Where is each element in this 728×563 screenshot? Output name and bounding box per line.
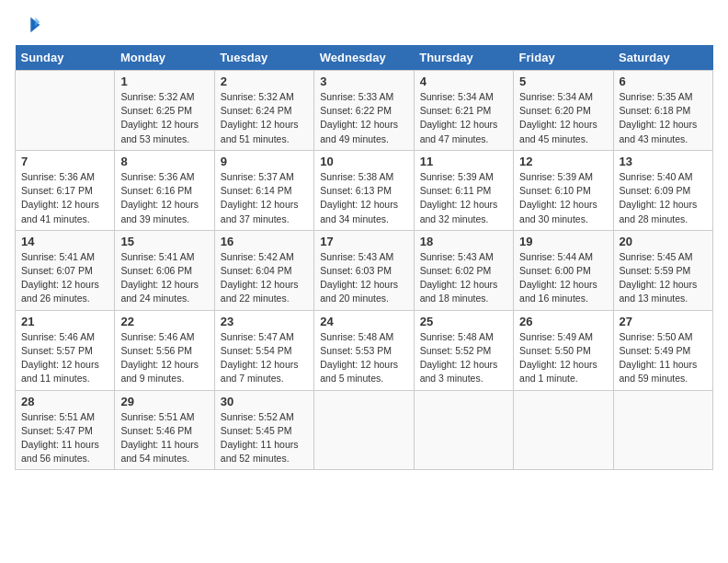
day-number: 24	[320, 315, 407, 328]
day-number: 4	[420, 75, 507, 88]
calendar-cell: 20Sunrise: 5:45 AMSunset: 5:59 PMDayligh…	[613, 230, 712, 310]
day-info: Sunrise: 5:41 AMSunset: 6:06 PMDaylight:…	[120, 250, 208, 306]
day-info: Sunrise: 5:49 AMSunset: 5:50 PMDaylight:…	[519, 330, 607, 386]
calendar-week-3: 14Sunrise: 5:41 AMSunset: 6:07 PMDayligh…	[16, 230, 713, 310]
day-info: Sunrise: 5:36 AMSunset: 6:17 PMDaylight:…	[21, 170, 108, 226]
calendar-cell: 21Sunrise: 5:46 AMSunset: 5:57 PMDayligh…	[16, 310, 115, 390]
calendar-cell	[314, 390, 414, 470]
day-number: 28	[21, 395, 108, 408]
calendar-cell	[16, 71, 115, 151]
weekday-header-friday: Friday	[514, 45, 613, 71]
day-info: Sunrise: 5:40 AMSunset: 6:09 PMDaylight:…	[620, 170, 707, 226]
day-info: Sunrise: 5:37 AMSunset: 6:14 PMDaylight:…	[221, 170, 308, 226]
day-info: Sunrise: 5:51 AMSunset: 5:46 PMDaylight:…	[120, 410, 208, 466]
calendar-cell	[613, 390, 712, 470]
day-info: Sunrise: 5:34 AMSunset: 6:20 PMDaylight:…	[519, 90, 607, 146]
calendar-cell: 7Sunrise: 5:36 AMSunset: 6:17 PMDaylight…	[16, 150, 115, 230]
calendar-cell	[514, 390, 613, 470]
day-info: Sunrise: 5:52 AMSunset: 5:45 PMDaylight:…	[221, 410, 308, 466]
day-number: 15	[120, 235, 208, 248]
day-number: 29	[120, 395, 208, 408]
day-number: 3	[320, 75, 407, 88]
day-info: Sunrise: 5:48 AMSunset: 5:53 PMDaylight:…	[320, 330, 407, 386]
weekday-header-saturday: Saturday	[613, 45, 712, 71]
day-info: Sunrise: 5:42 AMSunset: 6:04 PMDaylight:…	[221, 250, 308, 306]
weekday-header-tuesday: Tuesday	[214, 45, 313, 71]
day-info: Sunrise: 5:39 AMSunset: 6:11 PMDaylight:…	[420, 170, 507, 226]
weekday-header-sunday: Sunday	[16, 45, 115, 71]
calendar-cell: 18Sunrise: 5:43 AMSunset: 6:02 PMDayligh…	[414, 230, 513, 310]
calendar-cell: 27Sunrise: 5:50 AMSunset: 5:49 PMDayligh…	[613, 310, 712, 390]
day-number: 6	[620, 75, 707, 88]
calendar-cell: 3Sunrise: 5:33 AMSunset: 6:22 PMDaylight…	[314, 71, 414, 151]
day-number: 30	[221, 395, 308, 408]
calendar-cell: 12Sunrise: 5:39 AMSunset: 6:10 PMDayligh…	[514, 150, 613, 230]
day-number: 25	[420, 315, 507, 328]
calendar-table: SundayMondayTuesdayWednesdayThursdayFrid…	[15, 45, 713, 470]
day-number: 14	[21, 235, 108, 248]
calendar-cell: 29Sunrise: 5:51 AMSunset: 5:46 PMDayligh…	[115, 390, 214, 470]
calendar-week-2: 7Sunrise: 5:36 AMSunset: 6:17 PMDaylight…	[16, 150, 713, 230]
calendar-cell: 14Sunrise: 5:41 AMSunset: 6:07 PMDayligh…	[16, 230, 115, 310]
day-number: 26	[519, 315, 607, 328]
weekday-header-row: SundayMondayTuesdayWednesdayThursdayFrid…	[16, 45, 713, 71]
calendar-week-1: 1Sunrise: 5:32 AMSunset: 6:25 PMDaylight…	[16, 71, 713, 151]
day-info: Sunrise: 5:48 AMSunset: 5:52 PMDaylight:…	[420, 330, 507, 386]
calendar-cell: 6Sunrise: 5:35 AMSunset: 6:18 PMDaylight…	[613, 71, 712, 151]
day-number: 21	[21, 315, 108, 328]
calendar-cell: 5Sunrise: 5:34 AMSunset: 6:20 PMDaylight…	[514, 71, 613, 151]
day-info: Sunrise: 5:44 AMSunset: 6:00 PMDaylight:…	[519, 250, 607, 306]
day-info: Sunrise: 5:50 AMSunset: 5:49 PMDaylight:…	[620, 330, 707, 386]
day-number: 13	[620, 155, 707, 168]
day-info: Sunrise: 5:32 AMSunset: 6:25 PMDaylight:…	[120, 90, 208, 146]
day-info: Sunrise: 5:43 AMSunset: 6:02 PMDaylight:…	[420, 250, 507, 306]
day-number: 8	[120, 155, 208, 168]
calendar-cell: 13Sunrise: 5:40 AMSunset: 6:09 PMDayligh…	[613, 150, 712, 230]
day-number: 9	[221, 155, 308, 168]
calendar-cell: 24Sunrise: 5:48 AMSunset: 5:53 PMDayligh…	[314, 310, 414, 390]
day-number: 17	[320, 235, 407, 248]
weekday-header-wednesday: Wednesday	[314, 45, 414, 71]
day-info: Sunrise: 5:43 AMSunset: 6:03 PMDaylight:…	[320, 250, 407, 306]
calendar-week-5: 28Sunrise: 5:51 AMSunset: 5:47 PMDayligh…	[16, 390, 713, 470]
day-info: Sunrise: 5:38 AMSunset: 6:13 PMDaylight:…	[320, 170, 407, 226]
logo	[15, 15, 44, 34]
day-number: 18	[420, 235, 507, 248]
day-number: 10	[320, 155, 407, 168]
calendar-cell	[414, 390, 513, 470]
day-info: Sunrise: 5:45 AMSunset: 5:59 PMDaylight:…	[620, 250, 707, 306]
day-info: Sunrise: 5:36 AMSunset: 6:16 PMDaylight:…	[120, 170, 208, 226]
day-number: 2	[221, 75, 308, 88]
day-info: Sunrise: 5:41 AMSunset: 6:07 PMDaylight:…	[21, 250, 108, 306]
day-info: Sunrise: 5:47 AMSunset: 5:54 PMDaylight:…	[221, 330, 308, 386]
calendar-cell: 23Sunrise: 5:47 AMSunset: 5:54 PMDayligh…	[214, 310, 313, 390]
calendar-cell: 8Sunrise: 5:36 AMSunset: 6:16 PMDaylight…	[115, 150, 214, 230]
day-number: 5	[519, 75, 607, 88]
calendar-cell: 9Sunrise: 5:37 AMSunset: 6:14 PMDaylight…	[214, 150, 313, 230]
day-info: Sunrise: 5:35 AMSunset: 6:18 PMDaylight:…	[620, 90, 707, 146]
day-info: Sunrise: 5:33 AMSunset: 6:22 PMDaylight:…	[320, 90, 407, 146]
general-blue-logo-icon	[15, 16, 40, 34]
day-number: 27	[620, 315, 707, 328]
day-number: 22	[120, 315, 208, 328]
calendar-cell: 4Sunrise: 5:34 AMSunset: 6:21 PMDaylight…	[414, 71, 513, 151]
day-number: 23	[221, 315, 308, 328]
calendar-cell: 15Sunrise: 5:41 AMSunset: 6:06 PMDayligh…	[115, 230, 214, 310]
day-info: Sunrise: 5:51 AMSunset: 5:47 PMDaylight:…	[21, 410, 108, 466]
day-number: 20	[620, 235, 707, 248]
day-info: Sunrise: 5:34 AMSunset: 6:21 PMDaylight:…	[420, 90, 507, 146]
day-info: Sunrise: 5:46 AMSunset: 5:57 PMDaylight:…	[21, 330, 108, 386]
calendar-cell: 11Sunrise: 5:39 AMSunset: 6:11 PMDayligh…	[414, 150, 513, 230]
page-header	[15, 15, 713, 34]
calendar-cell: 28Sunrise: 5:51 AMSunset: 5:47 PMDayligh…	[16, 390, 115, 470]
calendar-week-4: 21Sunrise: 5:46 AMSunset: 5:57 PMDayligh…	[16, 310, 713, 390]
calendar-cell: 2Sunrise: 5:32 AMSunset: 6:24 PMDaylight…	[214, 71, 313, 151]
day-number: 19	[519, 235, 607, 248]
day-number: 11	[420, 155, 507, 168]
calendar-cell: 25Sunrise: 5:48 AMSunset: 5:52 PMDayligh…	[414, 310, 513, 390]
day-number: 7	[21, 155, 108, 168]
weekday-header-monday: Monday	[115, 45, 214, 71]
day-number: 16	[221, 235, 308, 248]
day-info: Sunrise: 5:32 AMSunset: 6:24 PMDaylight:…	[221, 90, 308, 146]
calendar-cell: 17Sunrise: 5:43 AMSunset: 6:03 PMDayligh…	[314, 230, 414, 310]
